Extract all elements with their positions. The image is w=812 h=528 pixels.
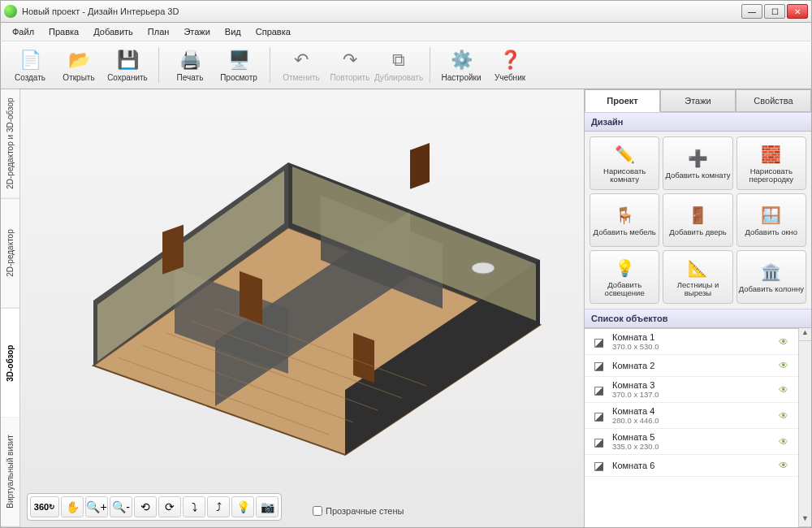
visibility-icon[interactable]: 👁 [779, 410, 793, 422]
svg-rect-9 [240, 271, 262, 324]
object-row[interactable]: ◪Комната 3370.0 x 137.0👁 [585, 377, 798, 403]
viewport-3d[interactable]: 360↻ ✋ 🔍+ 🔍- ⟲ ⟳ ⤵ ⤴ 💡 📷 Прозрачные стен… [20, 89, 584, 527]
transparent-walls-checkbox[interactable]: Прозрачные стены [313, 506, 404, 516]
design-button-5[interactable]: 🪟Добавить окно [736, 193, 806, 247]
design-button-7[interactable]: 📐Лестницы и вырезы [663, 250, 732, 304]
disk-icon: 💾 [116, 49, 139, 71]
new-icon: 📄 [19, 49, 41, 71]
object-dimensions: 370.0 x 530.0 [612, 342, 774, 351]
design-label: Нарисовать перегородку [739, 167, 804, 184]
rotate-360-button[interactable]: 360↻ [30, 496, 59, 517]
tab-floors[interactable]: Этажи [660, 89, 736, 112]
print-button[interactable]: 🖨️Печать [167, 43, 213, 87]
tab-properties[interactable]: Свойства [736, 89, 811, 112]
menu-plan[interactable]: План [141, 25, 176, 38]
visibility-icon[interactable]: 👁 [779, 460, 793, 471]
undo-button[interactable]: ↶Отменить [279, 43, 324, 87]
object-row[interactable]: ◪Комната 5335.0 x 230.0👁 [585, 429, 798, 455]
open-button[interactable]: 📂Открыть [56, 43, 102, 87]
design-label: Добавить освещение [592, 281, 657, 298]
app-icon [4, 5, 17, 18]
design-grid: ✏️Нарисовать комнату➕Добавить комнату🧱На… [585, 132, 811, 309]
objects-section-header: Список объектов [585, 309, 811, 328]
object-row[interactable]: ◪Комната 6👁 [585, 455, 798, 477]
tilt-up-button[interactable]: ⤴ [207, 496, 230, 517]
object-name: Комната 1 [612, 332, 774, 342]
room-icon: ◪ [590, 458, 607, 473]
design-icon: 💡 [613, 257, 636, 279]
preview-button[interactable]: 🖥️Просмотр [216, 43, 261, 87]
visibility-icon[interactable]: 👁 [779, 436, 793, 448]
tilt-down-button[interactable]: ⤵ [183, 496, 205, 517]
undo-icon: ↶ [290, 49, 313, 71]
tab-2d3d-combo[interactable]: 2D-редактор и 3D-обзор [1, 89, 19, 199]
object-row[interactable]: ◪Комната 1370.0 x 530.0👁 [585, 329, 798, 355]
object-row[interactable]: ◪Комната 2👁 [585, 355, 798, 377]
window-title: Новый проект - Дизайн Интерьера 3D [22, 6, 741, 16]
object-name: Комната 3 [612, 380, 774, 390]
object-list[interactable]: ◪Комната 1370.0 x 530.0👁◪Комната 2👁◪Комн… [585, 328, 798, 527]
design-icon: 🪑 [613, 204, 636, 227]
list-scrollbar[interactable]: ▲ ▼ [798, 328, 811, 527]
camera-button[interactable]: 📷 [256, 496, 279, 517]
scroll-down-button[interactable]: ▼ [799, 514, 811, 527]
redo-button[interactable]: ↷Повторить [327, 43, 373, 87]
object-name: Комната 4 [612, 406, 774, 416]
close-button[interactable]: ✕ [787, 4, 808, 19]
design-button-3[interactable]: 🪑Добавить мебель [590, 193, 659, 247]
pan-button[interactable]: ✋ [61, 496, 84, 517]
settings-button[interactable]: ⚙️Настройки [438, 43, 484, 87]
object-dimensions: 370.0 x 137.0 [612, 390, 774, 399]
object-name: Комната 6 [612, 461, 774, 470]
object-name: Комната 5 [612, 432, 774, 442]
design-label: Нарисовать комнату [592, 167, 657, 184]
room-icon: ◪ [590, 409, 607, 423]
menu-view[interactable]: Вид [218, 25, 248, 38]
light-toggle-button[interactable]: 💡 [231, 496, 254, 517]
tab-project[interactable]: Проект [585, 89, 660, 112]
svg-rect-12 [410, 143, 430, 189]
design-button-4[interactable]: 🚪Добавить дверь [663, 193, 732, 247]
zoom-in-button[interactable]: 🔍+ [85, 496, 108, 517]
menu-file[interactable]: Файл [6, 25, 41, 38]
design-button-6[interactable]: 💡Добавить освещение [590, 250, 659, 304]
rotate-left-button[interactable]: ⟲ [134, 496, 157, 517]
menu-add[interactable]: Добавить [87, 25, 140, 38]
design-label: Добавить окно [745, 228, 798, 236]
duplicate-button[interactable]: ⧉Дублировать [376, 43, 421, 87]
minimize-button[interactable]: — [741, 4, 762, 19]
rotate-right-button[interactable]: ⟳ [158, 496, 181, 517]
tutorial-button[interactable]: ❓Учебник [487, 43, 533, 87]
tab-virtual-visit[interactable]: Виртуальный визит [1, 418, 19, 527]
create-button[interactable]: 📄Создать [7, 43, 53, 87]
object-name: Комната 2 [612, 361, 774, 370]
design-button-1[interactable]: ➕Добавить комнату [663, 136, 732, 190]
design-button-2[interactable]: 🧱Нарисовать перегородку [736, 136, 806, 190]
menu-edit[interactable]: Правка [42, 25, 85, 38]
save-button[interactable]: 💾Сохранить [105, 43, 150, 87]
design-button-0[interactable]: ✏️Нарисовать комнату [590, 136, 659, 190]
visibility-icon[interactable]: 👁 [779, 336, 793, 348]
visibility-icon[interactable]: 👁 [779, 384, 793, 396]
menu-help[interactable]: Справка [249, 25, 297, 38]
object-row[interactable]: ◪Комната 4280.0 x 446.0👁 [585, 403, 798, 429]
maximize-button[interactable]: ☐ [764, 4, 785, 19]
design-label: Добавить комнату [665, 171, 730, 180]
visibility-icon[interactable]: 👁 [779, 360, 793, 371]
printer-icon: 🖨️ [179, 49, 201, 71]
zoom-out-button[interactable]: 🔍- [110, 496, 132, 517]
object-dimensions: 335.0 x 230.0 [612, 442, 774, 451]
floorplan-3d [53, 106, 556, 463]
transparent-walls-input[interactable] [313, 506, 322, 516]
tab-2d-editor[interactable]: 2D-редактор [1, 199, 19, 309]
menu-floors[interactable]: Этажи [177, 25, 216, 38]
design-label: Добавить колонну [739, 285, 804, 293]
scroll-up-button[interactable]: ▲ [799, 328, 811, 341]
svg-rect-11 [162, 224, 184, 274]
toolbar: 📄Создать 📂Открыть 💾Сохранить 🖨️Печать 🖥️… [0, 41, 812, 89]
design-icon: 📐 [686, 257, 709, 279]
main-area: 2D-редактор и 3D-обзор 2D-редактор 3D-об… [0, 89, 812, 528]
tab-3d-view[interactable]: 3D-обзор [1, 309, 19, 418]
room-icon: ◪ [590, 435, 607, 449]
design-button-8[interactable]: 🏛️Добавить колонну [736, 250, 806, 304]
